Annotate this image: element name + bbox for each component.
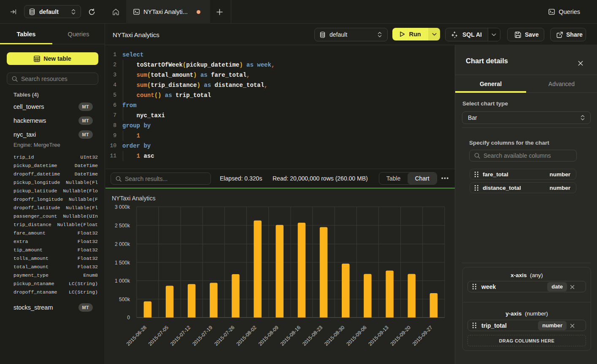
svg-text:1 500k: 1 500k	[115, 260, 130, 266]
svg-text:2015-08-23: 2015-08-23	[301, 324, 324, 347]
svg-text:2015-08-16: 2015-08-16	[279, 324, 302, 347]
svg-text:2015-09-13: 2015-09-13	[367, 324, 390, 347]
svg-text:1 000k: 1 000k	[115, 278, 130, 284]
svg-text:2015-09-06: 2015-09-06	[345, 324, 368, 347]
svg-text:2015-08-02: 2015-08-02	[235, 324, 258, 347]
svg-text:2015-07-05: 2015-07-05	[147, 324, 170, 347]
svg-text:2015-09-20: 2015-09-20	[389, 324, 412, 347]
svg-text:NYTaxi Analytics: NYTaxi Analytics	[112, 195, 155, 202]
svg-text:2015-07-19: 2015-07-19	[191, 324, 214, 347]
svg-text:2015-09-27: 2015-09-27	[411, 324, 434, 347]
svg-text:500k: 500k	[119, 297, 130, 302]
svg-text:2015-07-26: 2015-07-26	[213, 324, 236, 347]
svg-text:2015-08-30: 2015-08-30	[323, 324, 346, 347]
svg-text:2 500k: 2 500k	[115, 223, 130, 229]
svg-text:2015-06-28: 2015-06-28	[125, 324, 148, 347]
svg-text:0: 0	[127, 315, 130, 321]
svg-text:2 000k: 2 000k	[115, 241, 130, 247]
svg-text:3 000k: 3 000k	[115, 204, 130, 210]
svg-text:2015-08-09: 2015-08-09	[257, 324, 280, 347]
svg-text:2015-07-12: 2015-07-12	[169, 324, 192, 347]
